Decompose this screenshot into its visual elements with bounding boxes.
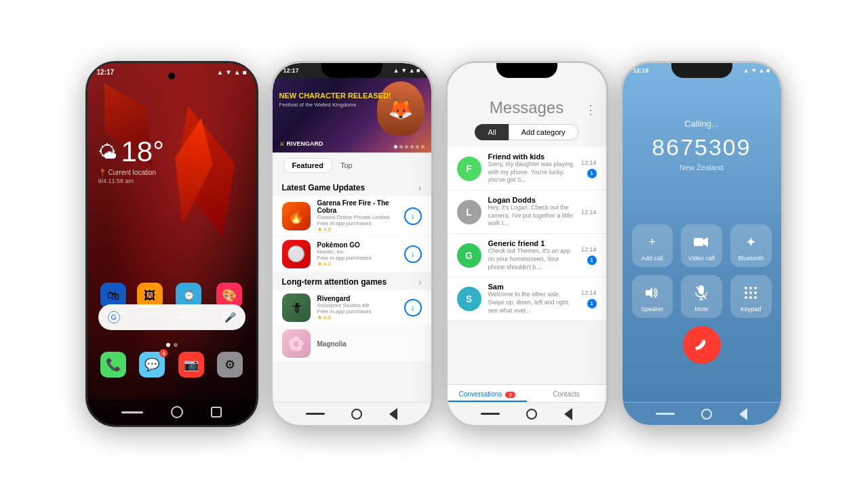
nav-back[interactable] bbox=[389, 408, 397, 420]
app-item-rivengard[interactable]: 🗡 Rivengard Snowprint Studios AB Free in… bbox=[273, 290, 431, 325]
section-latest-games: Latest Game Updates › bbox=[273, 178, 431, 196]
btn-speaker[interactable]: Speaker bbox=[632, 275, 673, 318]
section-arrow-icon[interactable]: › bbox=[418, 182, 422, 193]
calling-label: Calling... bbox=[623, 78, 781, 129]
btn-video-call[interactable]: Video call bbox=[681, 224, 722, 267]
nav-home[interactable] bbox=[701, 409, 712, 420]
btn-mute[interactable]: Mute bbox=[681, 275, 722, 318]
dock-messages[interactable]: 💬 3 bbox=[139, 352, 165, 378]
nav-back[interactable] bbox=[564, 408, 572, 420]
filter-all-btn[interactable]: All bbox=[475, 124, 508, 140]
speaker-icon bbox=[643, 283, 662, 302]
app-icon-rivengard: 🗡 bbox=[282, 293, 311, 322]
avatar-sam: S bbox=[457, 287, 481, 311]
msg-content-2: Generic friend 1 Check out Themes. It's … bbox=[488, 239, 574, 271]
weather-widget: 🌤 18° 📍 Current location 9/4.11:58 am bbox=[98, 138, 165, 184]
messages-more-btn[interactable]: ⋮ bbox=[585, 102, 597, 117]
nav-home[interactable] bbox=[171, 406, 183, 418]
app-info-freefire: Garena Free Fire - The Cobra Garena Onli… bbox=[317, 199, 397, 232]
status-time: 12:17 bbox=[97, 68, 115, 76]
status-icons: ▲ ▼ ▲ ■ bbox=[393, 67, 420, 74]
banner-logo: ⚔ RIVENGARD bbox=[279, 140, 323, 147]
mute-label: Mute bbox=[694, 306, 708, 312]
avatar-logan: L bbox=[457, 200, 481, 224]
thread-logan[interactable]: L Logan Dodds Hey, it's Logan. Check out… bbox=[448, 190, 606, 234]
end-call-container bbox=[632, 326, 772, 364]
tab-top[interactable]: Top bbox=[340, 161, 353, 169]
thread-generic-friend[interactable]: G Generic friend 1 Check out Themes. It'… bbox=[448, 234, 606, 277]
section2-arrow-icon[interactable]: › bbox=[418, 277, 422, 287]
section-title: Latest Game Updates bbox=[282, 183, 366, 192]
call-controls-grid: + Add call Video call bbox=[632, 224, 772, 318]
download-btn-pokemon[interactable]: ↓ bbox=[404, 245, 422, 263]
appstore-screen: 12:17 ▲ ▼ ▲ ■ 🦊 NEW CHARACTER RELEASED! … bbox=[273, 63, 431, 425]
unread-badge-2: 1 bbox=[587, 256, 597, 265]
dock-camera[interactable]: 📷 bbox=[178, 352, 204, 378]
app-info-magnolia: Magnolia bbox=[317, 340, 422, 348]
nav-recents[interactable] bbox=[481, 413, 500, 415]
google-logo: G bbox=[108, 311, 120, 323]
filter-add-btn[interactable]: Add category bbox=[509, 124, 578, 140]
btn-add-call[interactable]: + Add call bbox=[632, 224, 673, 267]
notch bbox=[321, 63, 382, 78]
nav-home[interactable] bbox=[526, 409, 537, 420]
bluetooth-label: Bluetooth bbox=[738, 255, 764, 262]
nav-back[interactable] bbox=[211, 407, 222, 418]
unread-badge-0: 1 bbox=[587, 169, 597, 178]
btn-keypad[interactable]: Keypad bbox=[730, 275, 772, 318]
messages-filter: All Add category bbox=[457, 124, 597, 140]
keypad-icon bbox=[741, 283, 760, 302]
nav-recents[interactable] bbox=[306, 413, 325, 415]
weather-icon: 🌤 bbox=[98, 141, 117, 163]
bluetooth-icon: ✦ bbox=[741, 232, 760, 251]
msg-meta-3: 12:14 1 bbox=[581, 289, 597, 308]
svg-point-15 bbox=[749, 296, 752, 299]
banner-subtitle: Festival of the Walled Kingdoms bbox=[279, 102, 391, 108]
dock-settings[interactable]: ⚙ bbox=[217, 352, 243, 378]
nav-recents[interactable] bbox=[121, 411, 143, 413]
tab-conversations[interactable]: Conversations 3 bbox=[448, 385, 527, 402]
download-btn-freefire[interactable]: ↓ bbox=[404, 207, 422, 225]
app-item-magnolia[interactable]: 🌸 Magnolia bbox=[273, 326, 431, 361]
banner-dots bbox=[394, 145, 425, 148]
phones-container: 12:17 ▲ ▼ ▲ ■ 🌤 18° 📍 Current location 9… bbox=[72, 47, 797, 441]
add-call-icon: + bbox=[643, 232, 662, 251]
weather-temp: 18° bbox=[121, 138, 165, 166]
status-icons: ▲ ▼ ▲ ■ bbox=[743, 67, 770, 74]
tab-featured[interactable]: Featured bbox=[283, 158, 332, 173]
punch-hole-camera bbox=[168, 73, 175, 79]
app-icon-freefire: 🔥 bbox=[282, 202, 311, 230]
google-search-bar[interactable]: G 🎤 bbox=[98, 304, 245, 330]
end-call-btn[interactable] bbox=[683, 326, 721, 364]
nav-back[interactable] bbox=[739, 408, 747, 420]
svg-rect-3 bbox=[646, 290, 650, 296]
call-controls: + Add call Video call bbox=[623, 224, 781, 364]
status-time: 12:17 bbox=[283, 67, 299, 74]
thread-sam[interactable]: S Sam Welcome to the other side. Swipe u… bbox=[448, 277, 606, 321]
appstore-nav-bar bbox=[273, 402, 431, 425]
msg-content-3: Sam Welcome to the other side. Swipe up,… bbox=[488, 283, 574, 314]
section2-title: Long-term attention games bbox=[282, 277, 387, 287]
app-icon-pokemon: ⚪ bbox=[282, 240, 311, 268]
nav-home[interactable] bbox=[351, 409, 362, 420]
calling-nav-bar bbox=[623, 402, 781, 425]
btn-bluetooth[interactable]: ✦ Bluetooth bbox=[730, 224, 772, 267]
unread-badge-3: 1 bbox=[587, 299, 597, 308]
weather-date: 9/4.11:58 am bbox=[98, 178, 165, 184]
nav-recents[interactable] bbox=[656, 413, 675, 415]
samsung-dock: 📞 💬 3 📷 ⚙ bbox=[94, 352, 250, 378]
tab-contacts[interactable]: Contacts bbox=[527, 385, 606, 402]
appstore-tabs: Featured Top bbox=[273, 152, 431, 178]
download-btn-rivengard[interactable]: ↓ bbox=[404, 299, 422, 317]
msg-meta-0: 12:14 1 bbox=[581, 159, 597, 178]
banner-title: NEW CHARACTER RELEASED! bbox=[279, 92, 391, 100]
app-item-freefire[interactable]: 🔥 Garena Free Fire - The Cobra Garena On… bbox=[273, 196, 431, 236]
thread-friend-with-kids[interactable]: F Friend with kids Sorry, my daughter wa… bbox=[448, 147, 606, 190]
app-item-pokemon[interactable]: ⚪ Pokémon GO Niantic, Inc. Free in-app p… bbox=[273, 237, 431, 272]
svg-point-11 bbox=[745, 291, 747, 294]
calling-number: 8675309 bbox=[623, 129, 781, 163]
phone-samsung-galaxy: 12:17 ▲ ▼ ▲ ■ 🌤 18° 📍 Current location 9… bbox=[85, 61, 258, 427]
status-icons: ▲ ▼ ▲ ■ bbox=[216, 68, 246, 76]
dock-phone[interactable]: 📞 bbox=[100, 352, 126, 378]
avatar-friend-kids: F bbox=[457, 157, 481, 181]
